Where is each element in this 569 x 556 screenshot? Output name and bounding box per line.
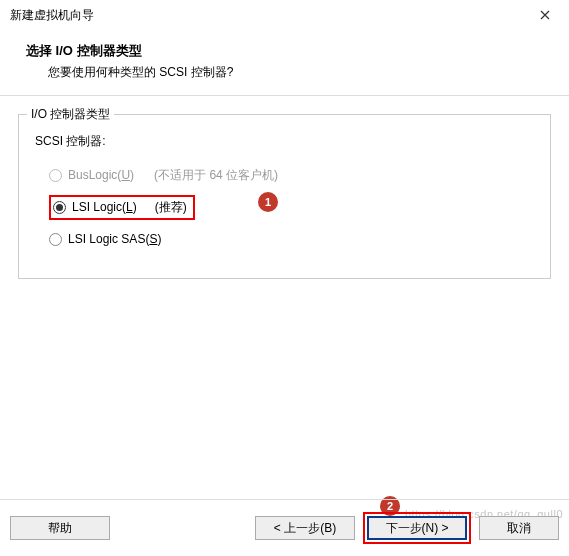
radio-lsilogic-label: LSI Logic(L) (72, 200, 137, 214)
radio-lsisas-row[interactable]: LSI Logic SAS(S) (49, 228, 538, 250)
radio-lsilogic[interactable] (53, 201, 66, 214)
footer: 帮助 < 上一步(B) 下一步(N) > 取消 (0, 499, 569, 556)
help-button[interactable]: 帮助 (10, 516, 110, 540)
group-legend: I/O 控制器类型 (27, 106, 114, 123)
back-button[interactable]: < 上一步(B) (255, 516, 355, 540)
radio-buslogic (49, 169, 62, 182)
header-title: 选择 I/O 控制器类型 (26, 42, 551, 60)
highlight-lsilogic: LSI Logic(L) (推荐) (49, 195, 195, 220)
radio-lsilogic-row[interactable]: LSI Logic(L) (推荐) (49, 196, 538, 218)
cancel-button[interactable]: 取消 (479, 516, 559, 540)
scsi-controller-label: SCSI 控制器: (35, 133, 538, 150)
header-subtitle: 您要使用何种类型的 SCSI 控制器? (48, 64, 551, 81)
radio-lsisas-label: LSI Logic SAS(S) (68, 232, 161, 246)
radio-buslogic-label: BusLogic(U) (68, 168, 134, 182)
radio-buslogic-row: BusLogic(U) (不适用于 64 位客户机) (49, 164, 538, 186)
titlebar: 新建虚拟机向导 (0, 0, 569, 30)
lsilogic-hint: (推荐) (155, 199, 187, 216)
wizard-header: 选择 I/O 控制器类型 您要使用何种类型的 SCSI 控制器? (0, 30, 569, 96)
io-controller-group: I/O 控制器类型 SCSI 控制器: BusLogic(U) (不适用于 64… (18, 114, 551, 279)
radio-lsisas[interactable] (49, 233, 62, 246)
next-button[interactable]: 下一步(N) > (367, 516, 467, 540)
content-area: I/O 控制器类型 SCSI 控制器: BusLogic(U) (不适用于 64… (0, 96, 569, 516)
close-icon (540, 10, 550, 20)
buslogic-hint: (不适用于 64 位客户机) (154, 167, 278, 184)
window-title: 新建虚拟机向导 (10, 7, 94, 24)
highlight-next: 下一步(N) > (363, 512, 471, 544)
callout-1: 1 (258, 192, 278, 212)
close-button[interactable] (531, 4, 559, 26)
